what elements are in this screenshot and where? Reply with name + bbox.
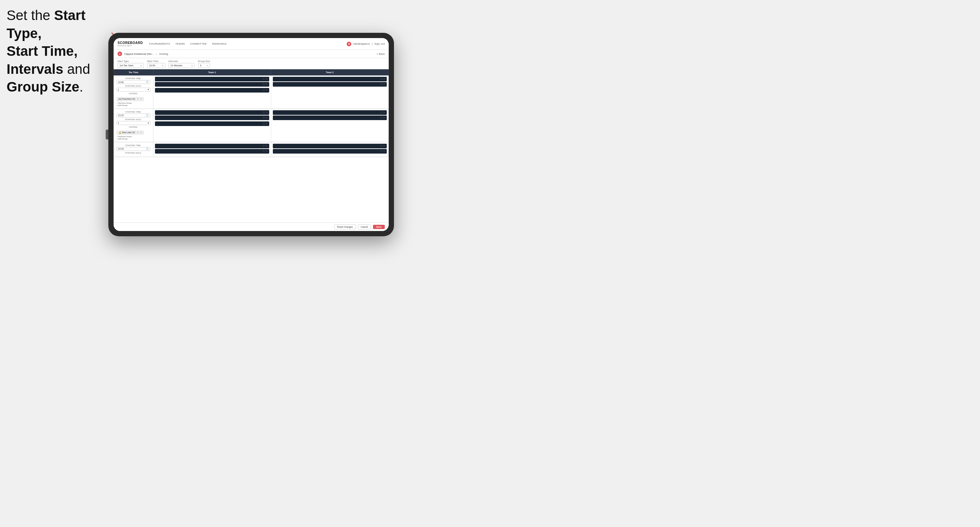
starting-hole-label-3: STARTING HOLE: — [116, 152, 151, 154]
nav-avatar: B — [347, 42, 351, 46]
info-icon[interactable]: ⓘ — [380, 150, 382, 153]
tee-time-cell-2: STARTING TIME: 10:10 🕙 STARTING HOLE: 1 … — [114, 109, 153, 142]
annotation-intervals: Intervals — [6, 61, 64, 77]
close-icon[interactable]: ✕ — [266, 116, 267, 119]
table-row: STARTING TIME: 10:00 🕙 STARTING HOLE: 1 … — [114, 75, 389, 109]
col-team1: Team 1 — [153, 70, 271, 75]
course-tag-1: (A) Peachtree GC ✕ ▾ — [116, 97, 144, 101]
course-remove-1[interactable]: ✕ — [137, 98, 139, 100]
action-links-2: ○ Remove Group + Add Group — [116, 135, 151, 140]
close-icon[interactable]: ✕ — [266, 111, 267, 114]
breadcrumb-tournament[interactable]: Clipped Invitational (Mo... — [124, 52, 154, 56]
breadcrumb-back[interactable]: < Back — [377, 52, 385, 56]
start-time-label: Start Time — [147, 60, 165, 62]
course-chevron-2[interactable]: ▾ — [140, 131, 142, 134]
clock-icon-3: 🕙 — [146, 148, 149, 150]
course-chevron-1[interactable]: ▾ — [140, 98, 142, 100]
info-icon[interactable]: ⓘ — [262, 122, 265, 125]
starting-hole-select-2[interactable]: 1 ▾ — [116, 121, 151, 125]
close-icon[interactable]: ✕ — [266, 122, 267, 125]
action-links-1: ○ Remove Group + Add Group — [116, 102, 151, 106]
info-icon[interactable]: ⓘ — [262, 116, 265, 119]
table-row: STARTING TIME: 10:20 🕙 STARTING HOLE: ⓘ … — [114, 142, 389, 157]
save-button[interactable]: Save — [373, 225, 385, 229]
reset-changes-button[interactable]: Reset Changes — [334, 224, 356, 229]
remove-group-2[interactable]: ○ Remove Group — [116, 135, 151, 138]
breadcrumb-hosting[interactable]: Hosting — [159, 52, 168, 56]
start-type-label: Start Type — [118, 60, 144, 62]
player-row: ⓘ ✕ — [273, 149, 387, 154]
tablet-side-tab — [106, 130, 108, 140]
starting-time-input-3[interactable]: 10:20 🕙 — [116, 147, 151, 151]
setting-start-type: Start Type 1st Tee Start — [118, 60, 144, 68]
annotation-start-time: Start Time, — [6, 43, 78, 59]
info-icon[interactable]: ⓘ — [380, 78, 382, 81]
nav-rankings[interactable]: RANKINGS — [212, 42, 226, 45]
close-icon[interactable]: ✕ — [383, 150, 385, 152]
close-icon[interactable]: ✕ — [383, 145, 385, 147]
starting-time-input-1[interactable]: 10:00 🕙 — [116, 80, 151, 84]
nav-tournaments[interactable]: TOURNAMENTS — [149, 42, 170, 45]
player-row: ⓘ ✕ — [273, 144, 387, 148]
setting-intervals: Intervals 10 Minutes — [169, 60, 195, 68]
clock-icon-1: 🕙 — [146, 81, 149, 83]
starting-hole-select-1[interactable]: 1 ▾ — [116, 87, 151, 92]
info-icon[interactable]: ⓘ — [262, 111, 265, 114]
close-icon[interactable]: ✕ — [266, 145, 267, 147]
remove-icon-2: ○ — [116, 135, 118, 138]
info-icon[interactable]: ⓘ — [262, 89, 265, 92]
close-icon[interactable]: ✕ — [266, 89, 267, 92]
logo-main: SCOREBOARD — [118, 41, 143, 44]
setting-group-size: Group Size 3 — [198, 60, 210, 68]
nav-committee[interactable]: COMMITTEE — [190, 42, 207, 45]
table-row: STARTING TIME: 10:10 🕙 STARTING HOLE: 1 … — [114, 109, 389, 142]
player-row: ⓘ ✕ — [155, 77, 269, 81]
close-icon[interactable]: ✕ — [383, 116, 385, 119]
info-icon[interactable]: ⓘ — [380, 116, 382, 119]
info-icon[interactable]: ⓘ — [380, 144, 382, 148]
close-icon[interactable]: ✕ — [266, 83, 267, 86]
intervals-label: Intervals — [169, 60, 195, 62]
col-team2: Team 2 — [271, 70, 389, 75]
nav-sign-out[interactable]: Sign out — [374, 42, 385, 45]
close-icon[interactable]: ✕ — [383, 78, 385, 80]
nav-logo: SCOREBOARD Powered by clipp.io — [118, 41, 143, 47]
breadcrumb-logo: C — [118, 51, 122, 56]
close-icon[interactable]: ✕ — [266, 78, 267, 80]
nav-teams[interactable]: TEAMS — [175, 42, 185, 45]
team2-cell-3: ⓘ ✕ ⓘ ✕ — [271, 142, 389, 157]
close-icon[interactable]: ✕ — [383, 111, 385, 114]
nav-bar: SCOREBOARD Powered by clipp.io TOURNAMEN… — [114, 38, 389, 50]
setting-start-time: Start Time 10:00 — [147, 60, 165, 68]
team1-cell-2: ⓘ ✕ ⓘ ✕ ⓘ ✕ — [153, 109, 271, 142]
info-icon[interactable]: ⓘ — [262, 144, 265, 148]
add-group-1[interactable]: + Add Group — [116, 104, 151, 106]
info-icon[interactable]: ⓘ — [262, 78, 265, 81]
player-row: ⓘ ✕ — [155, 82, 269, 87]
close-icon[interactable]: ✕ — [383, 83, 385, 86]
remove-group-1[interactable]: ○ Remove Group — [116, 102, 151, 104]
info-icon[interactable]: ⓘ — [262, 83, 265, 86]
player-row: ⓘ ✕ — [155, 121, 269, 126]
info-icon[interactable]: ⓘ — [262, 150, 265, 153]
group-size-select[interactable]: 3 — [198, 63, 210, 68]
info-icon[interactable]: ⓘ — [380, 83, 382, 86]
info-icon[interactable]: ⓘ — [380, 111, 382, 114]
team2-cell-1: ⓘ ✕ ⓘ ✕ — [271, 75, 389, 109]
course-remove-2[interactable]: ✕ — [137, 131, 139, 134]
close-icon[interactable]: ✕ — [266, 150, 267, 152]
chevron-icon-1: ▾ — [148, 88, 149, 91]
tee-table: Tee Time Team 1 Team 2 STARTING TIME: 10… — [114, 69, 389, 157]
player-row: ⓘ ✕ — [155, 116, 269, 120]
nav-links: TOURNAMENTS TEAMS COMMITTEE RANKINGS — [149, 42, 347, 45]
course-label-1: COURSE: — [116, 92, 151, 95]
starting-time-input-2[interactable]: 10:10 🕙 — [116, 114, 151, 117]
add-group-2[interactable]: + Add Group — [116, 138, 151, 140]
start-time-select[interactable]: 10:00 — [147, 63, 165, 68]
starting-time-label-1: STARTING TIME: — [116, 78, 151, 79]
player-row: ⓘ ✕ — [273, 116, 387, 120]
intervals-select[interactable]: 10 Minutes — [169, 63, 195, 68]
start-type-select[interactable]: 1st Tee Start — [118, 63, 144, 68]
team1-cell-3: ⓘ ✕ ⓘ ✕ — [153, 142, 271, 157]
cancel-button[interactable]: Cancel — [358, 224, 371, 229]
